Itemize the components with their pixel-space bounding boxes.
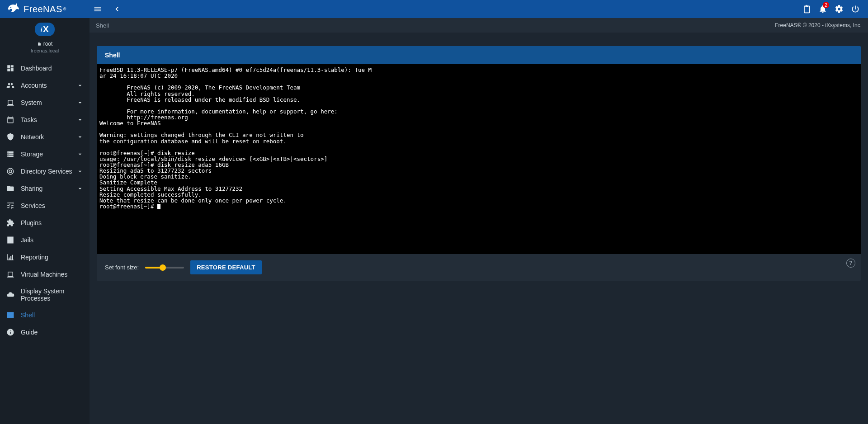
gear-icon xyxy=(835,5,844,14)
laptop-icon xyxy=(5,270,15,278)
sidebar-item-label: System xyxy=(21,99,76,106)
terminal-icon xyxy=(5,311,15,319)
network-icon xyxy=(5,133,15,141)
chevron-down-icon xyxy=(76,185,84,192)
sidebar-item-shell[interactable]: Shell xyxy=(0,306,90,324)
breadcrumb: Shell xyxy=(96,22,775,29)
menu-toggle-button[interactable] xyxy=(90,1,106,17)
sidebar: iX root freenas.local DashboardAccountsS… xyxy=(0,18,90,424)
tune-icon xyxy=(5,202,15,210)
sidebar-item-virtual-machines[interactable]: Virtual Machines xyxy=(0,266,90,283)
sidebar-item-system[interactable]: System xyxy=(0,94,90,111)
shell-panel-title: Shell xyxy=(97,46,861,64)
sidebar-item-label: Network xyxy=(21,133,76,141)
people-icon xyxy=(5,81,15,90)
calendar-icon xyxy=(5,116,15,124)
topbar: FreeNAS ® 2 xyxy=(0,0,868,18)
sidebar-item-label: Dashboard xyxy=(21,65,84,72)
terminal-output[interactable]: FreeBSD 11.3-RELEASE-p7 (FreeNAS.amd64) … xyxy=(97,64,861,254)
restore-default-button[interactable]: RESTORE DEFAULT xyxy=(190,260,262,274)
brand-logo[interactable]: FreeNAS ® xyxy=(5,3,90,15)
chevron-down-icon xyxy=(76,168,84,175)
sidebar-item-accounts[interactable]: Accounts xyxy=(0,77,90,94)
sidebar-item-label: Jails xyxy=(21,236,84,244)
sidebar-header: iX root freenas.local xyxy=(0,18,90,57)
laptop-icon xyxy=(5,99,15,107)
sidebar-item-label: Sharing xyxy=(21,185,76,192)
sidebar-nav: DashboardAccountsSystemTasksNetworkStora… xyxy=(0,57,90,347)
sidebar-item-plugins[interactable]: Plugins xyxy=(0,214,90,231)
sidebar-item-label: Storage xyxy=(21,151,76,158)
chevron-down-icon xyxy=(76,133,84,141)
help-button[interactable]: ? xyxy=(846,259,855,268)
font-size-slider[interactable] xyxy=(145,267,184,269)
storage-icon xyxy=(5,150,15,158)
copyright-text: FreeNAS® © 2020 - iXsystems, Inc. xyxy=(775,22,862,28)
brand-text: FreeNAS xyxy=(24,4,62,14)
sidebar-item-label: Accounts xyxy=(21,82,76,89)
freenas-shark-icon xyxy=(6,3,20,15)
sidebar-item-label: Plugins xyxy=(21,219,84,226)
chevron-down-icon xyxy=(76,151,84,158)
shell-footer: Set font size: RESTORE DEFAULT ? xyxy=(97,254,861,281)
slider-thumb[interactable] xyxy=(160,264,166,271)
sidebar-item-dashboard[interactable]: Dashboard xyxy=(0,60,90,77)
sidebar-item-label: Services xyxy=(21,202,84,209)
sidebar-item-guide[interactable]: Guide xyxy=(0,324,90,341)
back-button[interactable] xyxy=(108,1,125,17)
chevron-down-icon xyxy=(76,116,84,123)
extension-icon xyxy=(5,219,15,227)
notifications-button[interactable]: 2 xyxy=(815,1,831,17)
sidebar-item-label: Display System Processes xyxy=(21,287,84,302)
sidebar-item-label: Reporting xyxy=(21,254,84,261)
hamburger-icon xyxy=(93,5,102,14)
chevron-left-icon xyxy=(112,5,121,14)
ix-logo[interactable]: iX xyxy=(35,23,55,36)
chevron-down-icon xyxy=(76,99,84,106)
sidebar-item-reporting[interactable]: Reporting xyxy=(0,249,90,266)
sidebar-item-label: Virtual Machines xyxy=(21,271,84,278)
sidebar-item-storage[interactable]: Storage xyxy=(0,146,90,163)
lock-icon xyxy=(37,42,42,46)
notification-badge: 2 xyxy=(823,2,829,8)
folder-icon xyxy=(5,184,15,193)
current-user: root xyxy=(37,41,53,47)
main-content: Shell FreeNAS® © 2020 - iXsystems, Inc. … xyxy=(90,18,868,424)
clipboard-button[interactable] xyxy=(798,1,815,17)
sidebar-item-jails[interactable]: Jails xyxy=(0,231,90,249)
sidebar-item-label: Directory Services xyxy=(21,168,76,175)
sidebar-item-label: Guide xyxy=(21,329,84,336)
chart-icon xyxy=(5,253,15,261)
power-button[interactable] xyxy=(847,1,863,17)
hostname: freenas.local xyxy=(31,48,59,53)
sidebar-item-label: Tasks xyxy=(21,116,76,123)
sidebar-item-label: Shell xyxy=(21,311,84,319)
info-icon xyxy=(5,328,15,336)
sidebar-item-network[interactable]: Network xyxy=(0,128,90,146)
cloud-icon xyxy=(5,291,15,299)
dashboard-icon xyxy=(5,64,15,72)
sidebar-item-tasks[interactable]: Tasks xyxy=(0,111,90,128)
terminal-cursor xyxy=(157,204,160,209)
svg-point-0 xyxy=(10,7,11,8)
sidebar-item-display-system-processes[interactable]: Display System Processes xyxy=(0,283,90,306)
power-icon xyxy=(851,5,860,14)
chevron-down-icon xyxy=(76,82,84,89)
sidebar-item-directory-services[interactable]: Directory Services xyxy=(0,163,90,180)
sidebar-item-services[interactable]: Services xyxy=(0,197,90,214)
sidebar-item-sharing[interactable]: Sharing xyxy=(0,180,90,197)
jail-icon xyxy=(5,236,15,244)
shell-card: Shell FreeBSD 11.3-RELEASE-p7 (FreeNAS.a… xyxy=(97,46,861,281)
breadcrumb-bar: Shell FreeNAS® © 2020 - iXsystems, Inc. xyxy=(90,18,868,33)
settings-button[interactable] xyxy=(831,1,847,17)
target-icon xyxy=(5,167,15,175)
clipboard-icon xyxy=(802,5,811,14)
font-size-label: Set font size: xyxy=(105,264,139,271)
